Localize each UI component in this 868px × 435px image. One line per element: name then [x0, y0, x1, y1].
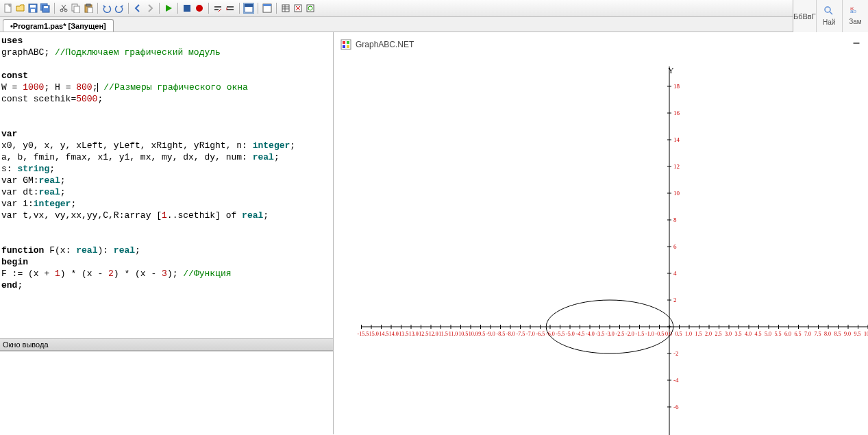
editor-tabbar: •Program1.pas* [Запущен] ▾ ✕ [0, 17, 868, 32]
text-cursor [97, 83, 98, 92]
copy-icon[interactable] [71, 3, 82, 14]
find-label[interactable]: Най [823, 18, 835, 26]
db-2-icon[interactable] [293, 3, 303, 14]
undo-icon[interactable] [101, 3, 112, 14]
replace-label[interactable]: Зам [849, 18, 861, 25]
svg-rect-19 [227, 9, 234, 10]
file-tab[interactable]: •Program1.pas* [Запущен] [3, 19, 114, 32]
breakpoint-icon[interactable] [194, 3, 205, 14]
save-icon[interactable] [27, 3, 38, 14]
svg-rect-17 [214, 9, 219, 10]
code-editor[interactable]: uses graphABC; //Подключаем графический … [0, 32, 333, 338]
nav-forward-icon[interactable] [145, 3, 156, 14]
new-file-icon[interactable] [3, 3, 14, 14]
db-1-icon[interactable] [280, 3, 291, 14]
editor-pane: uses graphABC; //Подключаем графический … [0, 32, 334, 434]
open-file-icon[interactable] [15, 3, 26, 14]
svg-rect-10 [74, 6, 79, 13]
graph-window: GraphABC.NET – [334, 32, 868, 434]
sample-text: БбВвГ [793, 0, 817, 32]
nav-back-icon[interactable] [132, 3, 143, 14]
save-all-icon[interactable] [40, 3, 51, 14]
db-3-icon[interactable] [305, 3, 316, 14]
run-icon[interactable] [163, 3, 174, 14]
svg-rect-24 [282, 5, 289, 12]
redo-icon[interactable] [114, 3, 125, 14]
svg-point-33 [825, 7, 830, 12]
svg-rect-23 [263, 4, 271, 6]
cut-icon[interactable] [58, 3, 69, 14]
replace-icon[interactable]: abac [850, 7, 860, 16]
svg-rect-3 [31, 9, 35, 12]
find-icon[interactable] [824, 6, 834, 17]
step-into-icon[interactable] [212, 3, 223, 14]
workarea: uses graphABC; //Подключаем графический … [0, 32, 868, 434]
main-toolbar [0, 0, 868, 17]
graph-canvas [334, 32, 868, 435]
svg-rect-21 [245, 4, 253, 7]
svg-rect-12 [86, 4, 90, 6]
output-panel-title: Окно вывода [0, 338, 333, 351]
console-pane-icon[interactable] [243, 3, 254, 14]
svg-rect-18 [227, 6, 234, 8]
svg-text:ac: ac [850, 7, 854, 10]
step-over-icon[interactable] [225, 3, 236, 14]
paste-icon[interactable] [83, 3, 94, 14]
ribbon-fragment: БбВвГ Най abac Зам [793, 0, 868, 32]
output-text[interactable] [0, 351, 333, 434]
svg-point-15 [196, 5, 203, 12]
svg-rect-6 [44, 6, 48, 8]
output-panel: x Окно вывода [0, 338, 333, 434]
stop-icon[interactable] [182, 3, 193, 14]
svg-rect-14 [184, 5, 190, 12]
svg-rect-2 [30, 5, 36, 8]
svg-rect-16 [214, 6, 221, 8]
form-designer-icon[interactable] [262, 3, 273, 14]
svg-rect-13 [88, 8, 92, 13]
